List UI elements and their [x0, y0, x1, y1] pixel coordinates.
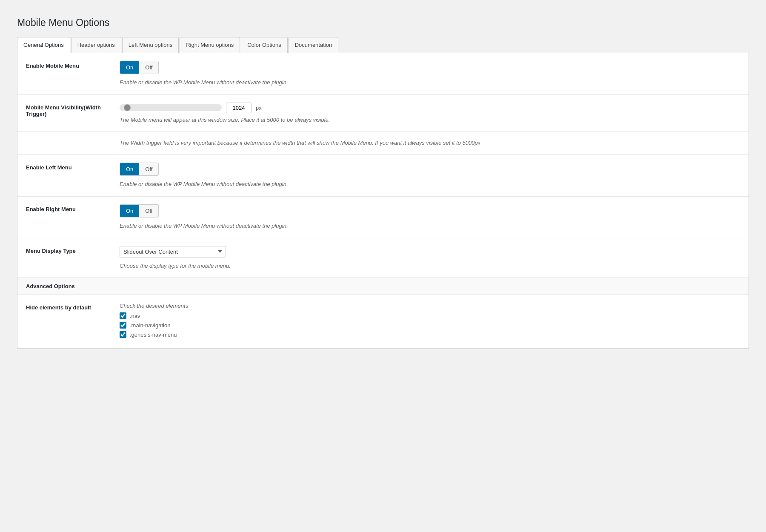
enable-right-menu-row: Enable Right Menu On Off Enable or disab… — [17, 197, 749, 238]
enable-left-menu-description: Enable or disable the WP Mobile Menu wit… — [120, 180, 740, 189]
enable-mobile-menu-on[interactable]: On — [120, 61, 139, 74]
enable-right-menu-on[interactable]: On — [120, 205, 139, 217]
hide-elements-label: Hide elements by default — [26, 303, 120, 311]
checkbox-main-navigation-label[interactable]: .main-navigation — [130, 322, 170, 329]
display-type-select[interactable]: Slideout Over Content Push Content Fulls… — [120, 246, 226, 257]
info-text: The Width trigger field is very importan… — [120, 139, 740, 148]
tab-documentation[interactable]: Documentation — [289, 37, 338, 53]
checkbox-nav[interactable] — [120, 312, 126, 319]
enable-left-menu-off[interactable]: Off — [139, 163, 158, 176]
info-row-label — [26, 139, 120, 140]
info-row-content: The Width trigger field is very importan… — [120, 139, 740, 148]
hide-elements-row: Hide elements by default Check the desir… — [17, 295, 749, 349]
enable-mobile-menu-row: Enable Mobile Menu On Off Enable or disa… — [17, 53, 749, 95]
enable-mobile-menu-toggle: On Off — [120, 61, 159, 74]
tab-left-menu[interactable]: Left Menu options — [122, 37, 179, 53]
enable-mobile-menu-description: Enable or disable the WP Mobile Menu wit… — [120, 78, 740, 87]
checkbox-main-navigation[interactable] — [120, 322, 126, 329]
enable-right-menu-off[interactable]: Off — [139, 205, 158, 217]
display-type-row: Menu Display Type Slideout Over Content … — [17, 238, 749, 278]
check-desc: Check the desired elements — [120, 303, 740, 309]
display-type-description: Choose the display type for the mobile m… — [120, 262, 740, 270]
visibility-label: Mobile Menu Visibility(Width Trigger) — [26, 103, 120, 117]
tab-right-menu[interactable]: Right Menu options — [180, 37, 240, 53]
enable-mobile-menu-label: Enable Mobile Menu — [26, 61, 120, 69]
checkbox-item-nav: .nav — [120, 312, 740, 319]
px-label: px — [256, 105, 262, 111]
slider-group: px — [120, 103, 740, 113]
page-title: Mobile Menu Options — [17, 17, 749, 29]
tab-general[interactable]: General Options — [17, 37, 70, 53]
checkbox-genesis-nav-label[interactable]: .genesis-nav-menu — [130, 332, 177, 338]
settings-panel: Enable Mobile Menu On Off Enable or disa… — [17, 53, 749, 349]
tabs-container: General Options Header options Left Menu… — [17, 37, 749, 53]
enable-right-menu-description: Enable or disable the WP Mobile Menu wit… — [120, 222, 740, 230]
info-row: The Width trigger field is very importan… — [17, 132, 749, 155]
enable-left-menu-on[interactable]: On — [120, 163, 139, 176]
width-input[interactable] — [226, 103, 252, 113]
advanced-options-header-text: Advanced Options — [26, 283, 75, 289]
enable-left-menu-content: On Off Enable or disable the WP Mobile M… — [120, 163, 740, 189]
enable-left-menu-row: Enable Left Menu On Off Enable or disabl… — [17, 155, 749, 197]
display-type-content: Slideout Over Content Push Content Fulls… — [120, 246, 740, 270]
checkbox-group: .nav .main-navigation .genesis-nav-menu — [120, 312, 740, 338]
display-type-label: Menu Display Type — [26, 246, 120, 254]
checkbox-genesis-nav[interactable] — [120, 331, 126, 338]
enable-left-menu-toggle: On Off — [120, 163, 159, 176]
enable-mobile-menu-content: On Off Enable or disable the WP Mobile M… — [120, 61, 740, 87]
enable-right-menu-toggle: On Off — [120, 204, 159, 218]
enable-right-menu-content: On Off Enable or disable the WP Mobile M… — [120, 204, 740, 230]
visibility-description: The Mobile menu will appear at this wind… — [120, 116, 740, 124]
hide-elements-content: Check the desired elements .nav .main-na… — [120, 303, 740, 340]
slider-track[interactable] — [120, 104, 222, 111]
checkbox-item-main-navigation: .main-navigation — [120, 322, 740, 329]
advanced-options-header-row: Advanced Options — [17, 278, 749, 295]
enable-mobile-menu-off[interactable]: Off — [139, 61, 158, 74]
enable-left-menu-label: Enable Left Menu — [26, 163, 120, 171]
checkbox-item-genesis-nav: .genesis-nav-menu — [120, 331, 740, 338]
visibility-content: px The Mobile menu will appear at this w… — [120, 103, 740, 124]
visibility-row: Mobile Menu Visibility(Width Trigger) px… — [17, 95, 749, 132]
enable-right-menu-label: Enable Right Menu — [26, 204, 120, 212]
slider-thumb[interactable] — [124, 104, 131, 111]
tab-color-options[interactable]: Color Options — [241, 37, 287, 53]
checkbox-nav-label[interactable]: .nav — [130, 313, 140, 319]
tab-header[interactable]: Header options — [71, 37, 121, 53]
